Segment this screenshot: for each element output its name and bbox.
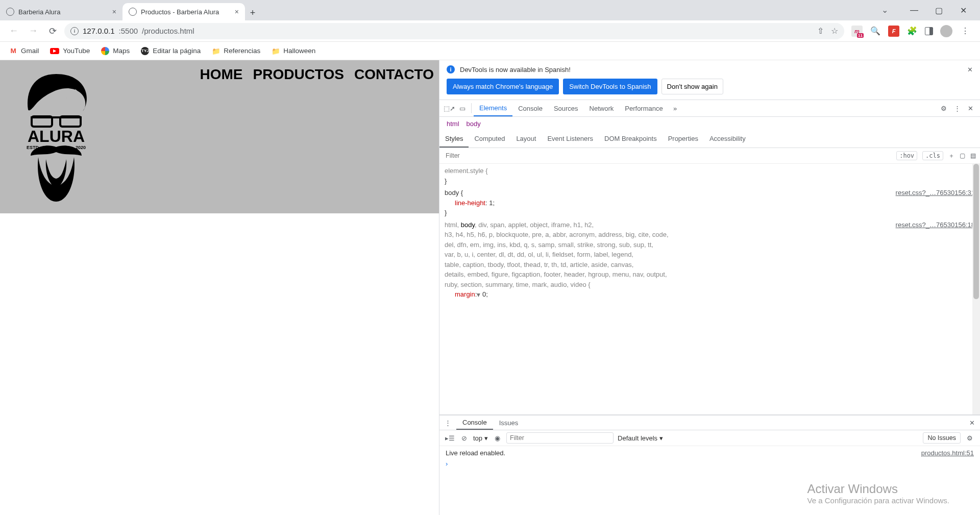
tab-performance[interactable]: Performance [619,100,668,116]
styles-scrollbar[interactable] [972,164,980,414]
bookmark-gmail[interactable]: MGmail [9,47,39,55]
maps-icon [101,47,109,55]
forward-button[interactable]: → [26,23,41,39]
bookmark-label: Gmail [21,47,39,55]
infobar-close-icon[interactable]: ✕ [967,66,973,73]
maximize-icon[interactable]: ▢ [932,6,945,15]
extension-f-icon[interactable]: F [888,26,899,37]
devtools-close-icon[interactable]: ✕ [964,102,977,115]
close-window-icon[interactable]: ✕ [957,6,970,15]
subtab-layout[interactable]: Layout [510,131,542,148]
subtab-accessibility[interactable]: Accessibility [704,131,751,148]
subtab-dom[interactable]: DOM Breakpoints [599,131,663,148]
bookmark-star-icon[interactable]: ☆ [831,26,838,36]
no-issues-button[interactable]: No Issues [923,432,961,444]
infobar-text: DevTools is now available in Spanish! [460,66,571,73]
expand-icon[interactable]: ▶ [475,293,482,297]
rule-reset-source-link[interactable]: reset.css?_…76530156:18 [896,220,975,230]
subtab-styles[interactable]: Styles [439,131,469,148]
devtools-language-buttons: Always match Chrome's language Switch De… [439,79,980,100]
hov-toggle[interactable]: :hov [896,151,917,160]
dont-show-button[interactable]: Don't show again [662,79,723,94]
tab-inactive-0[interactable]: Barberia Alura × [0,3,122,20]
inspect-icon[interactable]: ⬚➚ [443,102,456,115]
clear-console-icon[interactable]: ⊘ [459,433,469,443]
drawer-tab-console[interactable]: Console [456,415,493,430]
console-toolbar: ▸☰ ⊘ top ▾ ◉ Default levels ▾ No Issues … [439,430,980,446]
bookmark-halloween[interactable]: 📁Halloween [272,47,315,55]
bookmark-youtube[interactable]: ▶YouTube [50,47,90,55]
nav-productos-link[interactable]: PRODUCTOS [253,66,344,83]
live-expression-icon[interactable]: ◉ [492,433,502,443]
reset-selectors-line: h3, h4, h5, h6, p, blockquote, pre, a, a… [445,230,975,240]
sidepanel-icon[interactable] [925,27,933,35]
info-icon: i [447,65,455,73]
profile-avatar-icon[interactable] [940,25,952,37]
tab-active-1[interactable]: Productos - Barbería Alura × [122,3,245,20]
minimize-icon[interactable]: — [908,6,921,15]
tab-sources[interactable]: Sources [548,100,584,116]
address-bar[interactable]: i 127.0.0.1:5500/productos.html ⇧ ☆ [64,23,844,39]
cls-toggle[interactable]: .cls [922,151,943,160]
switch-spanish-button[interactable]: Switch DevTools to Spanish [563,79,657,94]
bookmark-label: Editar la página [153,47,201,55]
rule-body-source-link[interactable]: reset.css?_…76530156:31 [896,188,975,198]
bookmark-referencias[interactable]: 📁Referencias [212,47,260,55]
reset-selectors-line: ruby, section, summary, time, mark, audi… [445,280,975,290]
styles-pane[interactable]: element.style { } body {reset.css?_…7653… [439,164,980,415]
always-match-button[interactable]: Always match Chrome's language [447,79,559,94]
console-settings-icon[interactable]: ⚙ [965,433,975,443]
subtab-properties[interactable]: Properties [663,131,704,148]
device-toggle-icon[interactable]: ▭ [456,102,469,115]
nav-home-link[interactable]: HOME [200,66,243,83]
computed-toggle-icon[interactable]: ▢ [960,152,965,159]
new-tab-button[interactable]: + [245,5,260,20]
extensions-icon[interactable]: 🧩 [906,26,918,37]
drawer-close-icon[interactable]: ✕ [964,419,980,427]
console-prompt[interactable]: › [446,459,974,470]
context-select[interactable]: top ▾ [473,434,488,442]
extension-m-icon[interactable]: m11 [851,26,863,37]
subtab-computed[interactable]: Computed [469,131,510,148]
tab-elements[interactable]: Elements [474,100,512,116]
val-margin[interactable]: 0 [482,290,486,298]
console-log-source-link[interactable]: productos.html:51 [921,448,974,459]
rule-body-selector[interactable]: body { [445,189,463,197]
close-icon[interactable]: × [112,8,116,16]
bookmark-label: Maps [113,47,130,55]
prop-margin[interactable]: margin [455,290,475,298]
extension-search-icon[interactable]: 🔍 [870,26,881,37]
back-button[interactable]: ← [6,23,21,39]
more-tabs-icon[interactable]: » [669,102,682,115]
val-line-height[interactable]: 1 [489,199,493,207]
reload-button[interactable]: ⟳ [45,23,60,39]
nav-contacto-link[interactable]: CONTACTO [354,66,434,83]
close-icon[interactable]: × [235,8,239,16]
bookmark-maps[interactable]: Maps [101,47,130,55]
drawer-kebab-icon[interactable]: ⋮ [439,419,456,427]
share-icon[interactable]: ⇧ [817,26,824,36]
breadcrumb-body[interactable]: body [467,120,481,128]
folder-icon: 📁 [272,47,280,55]
console-sidebar-icon[interactable]: ▸☰ [445,433,455,443]
tab-network[interactable]: Network [584,100,620,116]
breadcrumb-html[interactable]: html [447,120,459,128]
drawer-tab-issues[interactable]: Issues [493,415,525,430]
sidebar-toggle-icon[interactable]: ▤ [970,152,976,159]
styles-subtabs: Styles Computed Layout Event Listeners D… [439,131,980,148]
site-info-icon[interactable]: i [70,27,79,35]
kebab-icon[interactable]: ⋮ [950,102,964,115]
prop-line-height[interactable]: line-height [455,199,485,207]
menu-kebab-icon[interactable]: ⋮ [960,26,971,37]
bookmark-editar[interactable]: TYJEditar la página [141,47,201,55]
styles-filter-input[interactable] [444,150,638,161]
settings-gear-icon[interactable]: ⚙ [937,102,950,115]
tab-console[interactable]: Console [512,100,548,116]
tab-search-icon[interactable]: ⌄ [881,5,888,15]
subtab-events[interactable]: Event Listeners [542,131,599,148]
new-style-rule-icon[interactable]: ＋ [948,152,954,160]
console-filter-input[interactable] [506,432,614,444]
console-output[interactable]: Live reload enabled.productos.html:51 › [439,446,980,515]
log-levels-select[interactable]: Default levels ▾ [618,434,663,442]
rule-element-style[interactable]: element.style { [445,167,488,175]
